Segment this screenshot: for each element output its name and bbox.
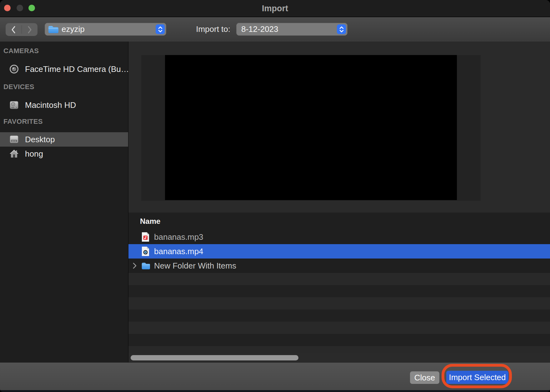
camera-lens-icon xyxy=(9,64,19,74)
close-button[interactable]: Close xyxy=(410,371,439,384)
toolbar: ezyzip Import to: 8-12-2023 xyxy=(0,17,550,42)
file-row-bananas-mp4[interactable]: bananas.mp4 xyxy=(128,244,550,259)
file-name: bananas.mp3 xyxy=(154,232,203,242)
sidebar-item-macintosh-hd[interactable]: Macintosh HD xyxy=(0,98,128,112)
file-list: Name bananas.mp3 xyxy=(128,213,550,273)
forward-button[interactable] xyxy=(22,23,38,36)
close-button-label: Close xyxy=(414,373,435,383)
hard-drive-icon xyxy=(9,100,19,110)
scrollbar-thumb[interactable] xyxy=(131,355,298,360)
name-column-header[interactable]: Name xyxy=(140,217,160,226)
file-name: New Folder With Items xyxy=(154,261,236,271)
popup-stepper-icon xyxy=(337,24,346,34)
annotation-highlight-ring xyxy=(442,364,512,388)
sidebar-item-label: FaceTime HD Camera (Bu… xyxy=(25,64,128,74)
content-area: Name bananas.mp3 xyxy=(128,42,550,362)
nav-segmented-control xyxy=(6,23,38,36)
sidebar: CAMERAS FaceTime HD Camera (Bu… DEVICES xyxy=(0,42,128,362)
back-chevron-icon xyxy=(11,26,16,34)
event-popup[interactable]: 8-12-2023 xyxy=(236,23,348,36)
back-button[interactable] xyxy=(6,23,22,36)
desktop-icon xyxy=(9,134,19,145)
import-dialog-window: Import ezyzip xyxy=(0,0,550,392)
sidebar-item-label: Desktop xyxy=(25,135,55,144)
sidebar-item-label: Macintosh HD xyxy=(25,100,76,110)
file-row-new-folder[interactable]: New Folder With Items xyxy=(128,259,550,273)
horizontal-scrollbar[interactable] xyxy=(128,353,550,362)
sidebar-item-label: hong xyxy=(25,149,43,159)
window-title: Import xyxy=(0,4,550,13)
video-file-icon xyxy=(141,246,150,256)
file-name: bananas.mp4 xyxy=(154,247,203,256)
desktop-sliver xyxy=(0,390,550,392)
empty-list-rows xyxy=(128,273,550,353)
forward-chevron-icon xyxy=(27,26,32,34)
location-popup[interactable]: ezyzip xyxy=(45,23,166,36)
sidebar-item-hong[interactable]: hong xyxy=(0,147,128,161)
file-list-header: Name xyxy=(128,213,550,230)
folder-icon xyxy=(141,262,150,269)
sidebar-item-facetime-camera[interactable]: FaceTime HD Camera (Bu… xyxy=(0,62,128,76)
popup-stepper-icon xyxy=(156,24,165,34)
event-popup-value: 8-12-2023 xyxy=(241,24,278,34)
video-preview xyxy=(165,55,457,200)
import-to-label: Import to: xyxy=(170,24,230,34)
sidebar-section-devices: DEVICES xyxy=(3,83,34,91)
sidebar-section-cameras: CAMERAS xyxy=(3,47,39,55)
folder-icon xyxy=(48,25,58,34)
titlebar: Import xyxy=(0,0,550,17)
home-icon xyxy=(9,148,19,159)
sidebar-item-desktop[interactable]: Desktop xyxy=(0,132,128,147)
location-popup-value: ezyzip xyxy=(62,24,85,34)
video-preview-frame xyxy=(141,55,481,201)
sidebar-section-favorites: FAVORITES xyxy=(3,118,43,126)
file-row-bananas-mp3[interactable]: bananas.mp3 xyxy=(128,230,550,244)
disclosure-chevron-icon[interactable] xyxy=(132,262,137,269)
audio-file-icon xyxy=(141,232,150,242)
